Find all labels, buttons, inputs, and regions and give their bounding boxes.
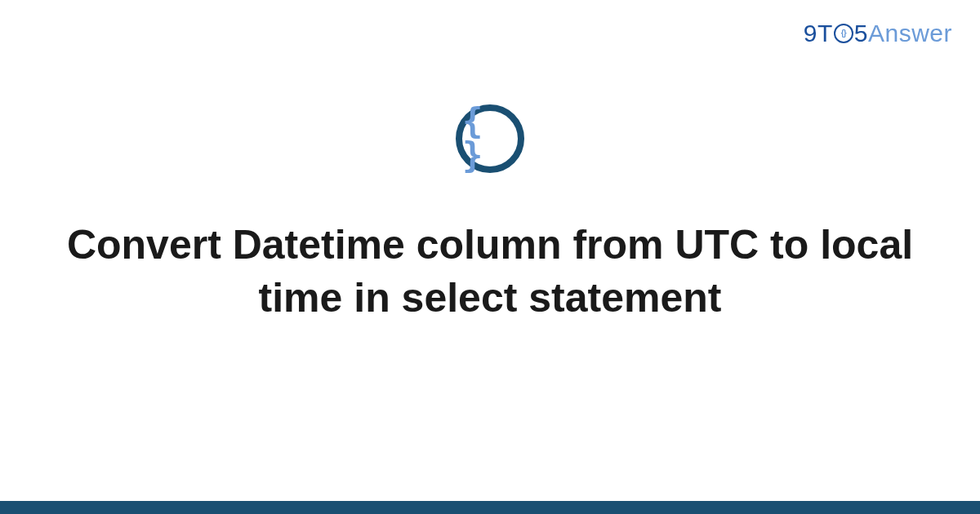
- brand-o-inner: {}: [841, 29, 846, 38]
- braces-glyph: { }: [462, 104, 518, 173]
- brand-answer: Answer: [868, 20, 952, 47]
- brand-nine: 9: [804, 20, 817, 47]
- brand-five: 5: [854, 20, 868, 47]
- brand-logo: 9T{}5Answer: [804, 20, 952, 47]
- brand-o-icon: {}: [834, 22, 853, 42]
- bottom-accent-bar: [0, 501, 980, 514]
- brand-t: T: [817, 20, 833, 47]
- page-title: Convert Datetime column from UTC to loca…: [49, 219, 931, 325]
- code-braces-icon: { }: [456, 104, 524, 173]
